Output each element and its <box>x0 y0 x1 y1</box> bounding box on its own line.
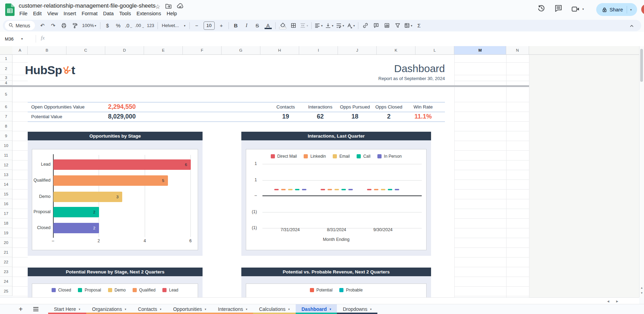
menus-search-pill[interactable]: Menus <box>5 21 35 30</box>
tab-caret-icon[interactable]: ▾ <box>79 307 80 311</box>
more-formats-icon[interactable]: 123 <box>145 21 156 30</box>
text-color-icon[interactable]: A <box>263 21 274 30</box>
menu-help[interactable]: Help <box>164 10 180 17</box>
decrease-font-size-icon[interactable]: − <box>191 21 202 30</box>
row-header-23[interactable]: 23 <box>0 267 12 277</box>
tab-caret-icon[interactable]: ▾ <box>246 307 247 311</box>
sheet-tab-dropdowns[interactable]: Dropdowns▾ <box>337 304 377 314</box>
tab-caret-icon[interactable]: ▾ <box>330 307 331 311</box>
column-header-A[interactable]: A <box>12 46 28 54</box>
paint-format-icon[interactable] <box>69 21 80 30</box>
name-box-caret-icon[interactable]: ▾ <box>21 37 23 41</box>
column-header-M[interactable]: M <box>454 46 506 54</box>
row-header-7[interactable]: 7 <box>0 112 12 121</box>
star-icon[interactable]: ☆ <box>155 3 160 10</box>
row-header-9[interactable]: 9 <box>0 131 12 141</box>
row-header-8[interactable]: 8 <box>0 121 12 131</box>
create-filter-icon[interactable] <box>392 21 403 30</box>
sheet-tab-organizations[interactable]: Organizations▾ <box>86 304 132 314</box>
add-sheet-icon[interactable]: + <box>19 305 23 313</box>
row-header-20[interactable]: 20 <box>0 238 12 247</box>
zoom-select[interactable]: 100%▾ <box>80 21 98 30</box>
column-header-E[interactable]: E <box>144 46 183 54</box>
undo-icon[interactable]: ↶ <box>37 21 48 30</box>
menu-tools[interactable]: Tools <box>116 10 134 17</box>
bold-icon[interactable]: B <box>231 21 241 30</box>
menu-insert[interactable]: Insert <box>61 10 79 17</box>
row-header-22[interactable]: 22 <box>0 257 12 267</box>
tab-caret-icon[interactable]: ▾ <box>160 307 161 311</box>
horizontal-align-icon[interactable]: ▾ <box>313 21 324 30</box>
merge-cells-icon[interactable]: ▾ <box>299 21 310 30</box>
video-call-icon[interactable]: ▾ <box>571 5 584 13</box>
redo-icon[interactable]: ↷ <box>48 21 59 30</box>
column-header-B[interactable]: B <box>28 46 66 54</box>
increase-decimals-icon[interactable]: .00→ <box>134 21 145 30</box>
sheet-tab-interactions[interactable]: Interactions▾ <box>212 304 253 314</box>
column-header-N[interactable]: N <box>506 46 529 54</box>
text-wrapping-icon[interactable]: ▾ <box>335 21 346 30</box>
column-header-L[interactable]: L <box>415 46 454 54</box>
column-header-F[interactable]: F <box>183 46 222 54</box>
column-header-H[interactable]: H <box>260 46 299 54</box>
row-header-16[interactable]: 16 <box>0 199 12 209</box>
insert-link-icon[interactable] <box>360 21 371 30</box>
all-sheets-icon[interactable] <box>33 309 38 309</box>
insert-chart-icon[interactable] <box>382 21 392 30</box>
column-header-C[interactable]: C <box>66 46 105 54</box>
decrease-decimals-icon[interactable]: .0← <box>124 21 134 30</box>
collapse-toolbar-icon[interactable] <box>627 21 636 30</box>
row-header-18[interactable]: 18 <box>0 218 12 228</box>
sheet-tab-calculations[interactable]: Calculations▾ <box>253 304 296 314</box>
sheet-tab-contacts[interactable]: Contacts▾ <box>132 304 167 314</box>
name-box[interactable]: M36 ▾ <box>0 32 35 46</box>
format-percent-icon[interactable]: % <box>113 21 124 30</box>
sheet-tab-dashboard[interactable]: Dashboard▾ <box>296 304 337 314</box>
avatar[interactable] <box>641 4 644 15</box>
row-header-17[interactable]: 17 <box>0 209 12 218</box>
row-header-5[interactable]: 5 <box>0 87 12 102</box>
column-header-I[interactable]: I <box>299 46 338 54</box>
insert-comment-icon[interactable] <box>371 21 382 30</box>
column-header-K[interactable]: K <box>377 46 415 54</box>
font-size-box[interactable]: 10 <box>202 21 216 30</box>
frozen-rows-divider[interactable] <box>0 85 529 87</box>
vertical-scrollbar[interactable]: ▲ ▼ <box>639 46 644 297</box>
row-header-15[interactable]: 15 <box>0 189 12 199</box>
print-icon[interactable] <box>59 21 69 30</box>
cloud-status-icon[interactable] <box>177 2 184 11</box>
sheet-tab-opportunities[interactable]: Opportunities▾ <box>167 304 212 314</box>
share-caret-icon[interactable]: ▾ <box>630 8 632 11</box>
scroll-left-icon[interactable]: ◀ <box>606 300 610 303</box>
borders-icon[interactable] <box>288 21 299 30</box>
move-folder-icon[interactable] <box>165 3 172 11</box>
menu-data[interactable]: Data <box>100 10 117 17</box>
tab-caret-icon[interactable]: ▾ <box>288 307 289 311</box>
font-select[interactable]: Helvet...▾ <box>160 21 187 30</box>
menu-edit[interactable]: Edit <box>30 10 44 17</box>
menu-format[interactable]: Format <box>79 10 100 17</box>
sheets-logo-icon[interactable] <box>5 3 15 18</box>
row-header-3[interactable]: 3 <box>0 75 12 81</box>
row-header-14[interactable]: 14 <box>0 180 12 189</box>
horizontal-scrollbar[interactable]: ◀ ▶ <box>0 297 639 304</box>
menu-file[interactable]: File <box>17 10 30 17</box>
text-rotation-icon[interactable]: ▾ <box>346 21 356 30</box>
row-header-13[interactable]: 13 <box>0 170 12 180</box>
row-header-12[interactable]: 12 <box>0 160 12 170</box>
functions-icon[interactable]: Σ <box>414 21 424 30</box>
comment-history-icon[interactable] <box>554 4 562 14</box>
share-button[interactable]: Share ▾ <box>596 3 637 16</box>
italic-icon[interactable]: I <box>241 21 252 30</box>
row-header-19[interactable]: 19 <box>0 228 12 238</box>
scroll-up-icon[interactable]: ▲ <box>639 286 644 289</box>
scroll-right-icon[interactable]: ▶ <box>615 300 619 303</box>
pivot-table-icon[interactable]: ▾ <box>403 21 414 30</box>
version-history-icon[interactable] <box>537 4 545 14</box>
row-header-10[interactable]: 10 <box>0 141 12 150</box>
row-header-6[interactable]: 6 <box>0 102 12 112</box>
vertical-align-icon[interactable]: ▾ <box>324 21 335 30</box>
row-header-24[interactable]: 24 <box>0 277 12 286</box>
increase-font-size-icon[interactable]: + <box>216 21 227 30</box>
column-header-D[interactable]: D <box>105 46 144 54</box>
